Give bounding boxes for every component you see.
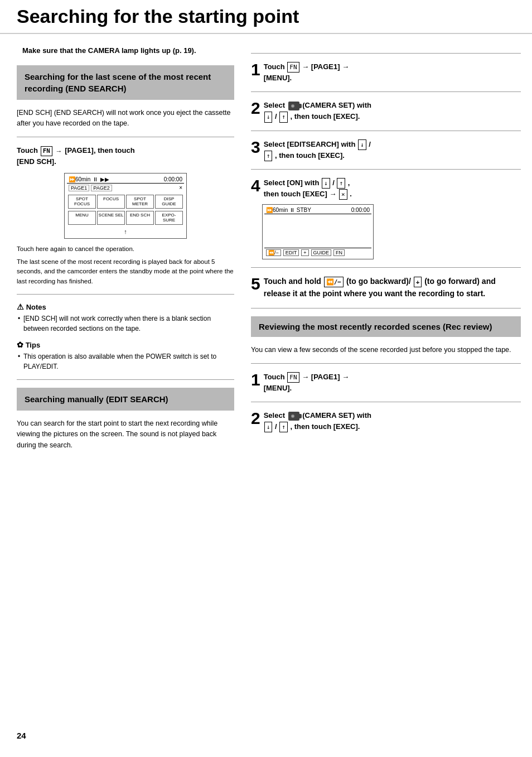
step-3-select: Select [EDITSEARCH] with [264,140,357,148]
cam-pause-icon: ⏸ [93,176,98,182]
cam-screen-step4-bottom: ⏪/− EDIT + GUIDE FN [264,248,371,257]
cam-btn-end-sch[interactable]: END SCH [126,211,154,225]
caption-2: The last scene of the most recent record… [17,257,234,286]
divider-step1-top [251,53,521,54]
cam-s4-time: 0:00:00 [351,207,370,213]
edit-search-box: Searching manually (EDIT SEARCH) [17,388,234,411]
step-3-slash: / [369,140,371,148]
cam-ff-icon: ▶▶ [100,176,109,182]
svg-point-2 [292,105,293,107]
right-panel: 1 Touch FN → [PAGE1] → [MENU]. 2 Select [251,45,521,456]
svg-rect-7 [296,414,298,418]
title-section: Searching for the starting point [0,0,532,34]
step-1-touch: Touch [264,62,287,71]
rev-step-1-arrow1: → [302,373,311,381]
rev-step-2-number: 2 [251,410,260,427]
cam-close-btn[interactable]: × [179,185,182,191]
page1-label: [PAGE1], then touch [65,146,134,155]
cam-btn-disp-guide[interactable]: DISP GUIDE [155,195,183,209]
cam-s4-plus-btn[interactable]: + [301,249,308,256]
content-area: Make sure that the CAMERA lamp lights up… [0,34,532,467]
arrow-1: → [56,147,62,155]
reviewing-heading: Reviewing the most recently recorded sce… [259,322,513,331]
tips-title: ✿ Tips [17,340,234,349]
cam-btn-menu[interactable]: MENU [68,211,96,225]
cam-tab-page2: PAGE2 [91,185,112,191]
notes-section: ⚠ Notes [END SCH] will not work correctl… [17,302,234,334]
step-5-number: 5 [251,276,260,292]
page-number: 24 [17,731,26,740]
step-3-down: ↓ [358,139,366,150]
tips-label: Tips [26,341,41,349]
cam-top-left: ⏩60min ⏸ ▶▶ [69,176,109,182]
cam-btn-focus[interactable]: FOCUS [97,195,125,209]
step-2-slash: / [275,112,277,120]
step-3-then: , then touch [EXEC]. [275,151,345,160]
step-4-slash: / [332,179,335,187]
cam-btn-spot-focus[interactable]: SPOT FOCUS [68,195,96,209]
step-4-number: 4 [251,177,260,194]
rev-step-1-touch: Touch [264,373,287,381]
cam-top-bar: ⏩60min ⏸ ▶▶ 0:00:00 [67,176,184,184]
fn-box-left: FN [41,146,52,157]
step-5: 5 Touch and hold ⏪/− (to go backward)/ +… [251,276,521,300]
cam-btn-expo-sure[interactable]: EXPO- SURE [155,211,183,225]
divider-2 [17,294,234,295]
reviewing-box: Reviewing the most recently recorded sce… [251,316,521,337]
step-2-text: Select (CAMERA SET) with ↓ / ↑ , then to… [264,100,371,122]
cam-btn-scene-sel[interactable]: SCENE SEL [97,211,125,225]
edit-search-body: You can search for the start point to st… [17,418,234,451]
step-3-up: ↑ [264,151,273,161]
end-search-body: [END SCH] (END SEARCH) will not work onc… [17,108,234,129]
rev-step-2-text: Select (CAMERA SET) with ↓ / ↑ , then to… [264,410,371,432]
caption-1: Touch here again to cancel the operation… [17,244,234,254]
cam-time: 0:00:00 [164,176,182,182]
cam-screen-step4: ⏩60min ⏸ STBY 0:00:00 ⏪/− EDIT + GUIDE F… [262,204,374,259]
step-5-bold: Touch and hold ⏪/− (to go backward)/ + (… [264,277,496,298]
notes-label: Notes [26,303,46,311]
cam-s4-left: ⏩60min ⏸ STBY [266,207,311,213]
step-4: 4 Select [ON] with ↓ / ↑ , then touch [E… [251,177,521,200]
cam-s4-fn-btn[interactable]: FN [333,249,345,256]
step-4-dot: . [350,190,352,198]
cam-s4-rev-btn[interactable]: ⏪/− [266,249,281,256]
rev-step-1: 1 Touch FN → [PAGE1] → [MENU]. [251,372,521,394]
cam-s4-guide-btn[interactable]: GUIDE [311,249,332,256]
divider-step5-top [251,267,521,268]
page-title: Searching for the starting point [17,6,515,33]
step-5-rev-box: ⏪/− [324,277,344,287]
step-4-up: ↑ [337,178,345,189]
step-1-page: [PAGE1] → [311,62,349,71]
rev-step-2-down: ↓ [264,422,273,432]
svg-rect-3 [296,104,298,108]
rev-camera-set-icon [288,412,299,421]
step-1-text: Touch FN → [PAGE1] → [MENU]. [264,61,350,84]
left-panel: Make sure that the CAMERA lamp lights up… [17,45,234,456]
step-4-down: ↓ [322,178,330,189]
end-sch-label: [END SCH]. [17,157,56,166]
camera-screen-end-search: ⏩60min ⏸ ▶▶ 0:00:00 PAGE1 PAGE2 × SPOT F… [64,173,187,239]
step-2-up: ↑ [279,112,288,122]
notes-item-1: [END SCH] will not work correctly when t… [17,314,234,334]
end-search-instruction: Touch FN → [PAGE1], then touch [END SCH]… [17,145,234,167]
cam-screen-step4-top: ⏩60min ⏸ STBY 0:00:00 [264,206,371,214]
step-1-arrow1: → [302,62,311,71]
page-wrapper: Searching for the starting point Make su… [0,0,532,757]
step-1-fn-box: FN [287,62,299,73]
intro-text: Make sure that the CAMERA lamp lights up… [17,45,234,56]
divider-rev-step2-top [251,402,521,402]
cam-btn-spot-meter[interactable]: SPOT METER [126,195,154,209]
step-4-then: then touch [EXEC] → [264,190,338,198]
rev-step-2: 2 Select (CAMERA SET) with ↓ / ↑ , then … [251,410,521,432]
notes-icon: ⚠ [17,302,24,311]
rev-step-2-camera-set: (CAMERA SET) with [302,411,371,420]
cam-arrow-down: ↑ [67,227,184,236]
divider-step4-top [251,169,521,170]
touch-label: Touch [17,146,38,155]
divider-3 [17,379,234,380]
step-1-menu: [MENU]. [264,74,292,82]
step-3: 3 Select [EDITSEARCH] with ↓ / ↑ , then … [251,139,521,161]
divider-step3-top [251,131,521,131]
step-5-text: Touch and hold ⏪/− (to go backward)/ + (… [264,276,521,300]
cam-s4-edit-btn[interactable]: EDIT [283,249,299,256]
